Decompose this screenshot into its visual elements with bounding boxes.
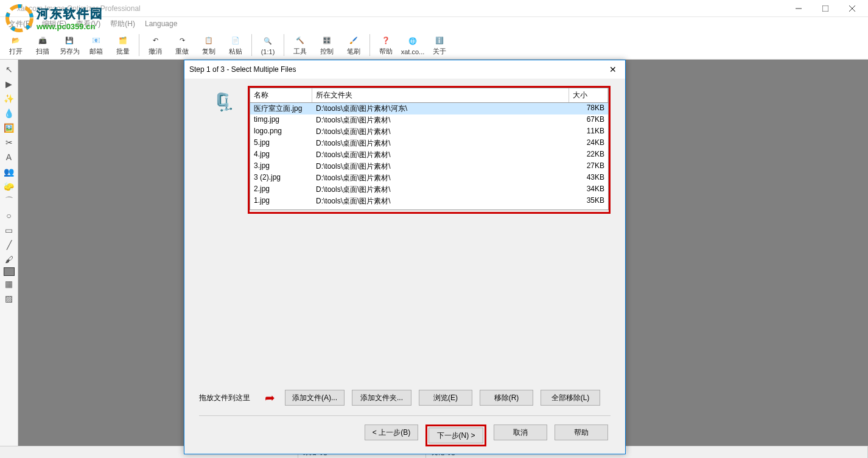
file-row[interactable]: 4.jpgD:\tools\桌面\图片素材\22KB — [250, 149, 608, 161]
oval-tool[interactable]: ○ — [2, 209, 16, 222]
col-folder[interactable]: 所在文件夹 — [312, 88, 569, 102]
brush-button[interactable]: 🖌️笔刷 — [340, 32, 367, 58]
line-tool[interactable]: ╱ — [2, 238, 16, 252]
file-folder: D:\tools\桌面\图片素材\ — [312, 150, 569, 160]
file-row[interactable]: 2.jpgD:\tools\桌面\图片素材\34KB — [250, 184, 608, 196]
file-row[interactable]: 1.jpgD:\tools\桌面\图片素材\35KB — [250, 196, 608, 207]
batch-icon: 🗂️ — [116, 33, 130, 47]
menu-view[interactable]: 查看(V) — [71, 18, 105, 30]
mail-icon: 📧 — [89, 33, 103, 47]
file-list[interactable]: 医疗室立面.jpgD:\tools\桌面\图片素材\河东\78KBtimg.jp… — [250, 103, 609, 210]
copy-icon: 📋 — [202, 33, 215, 47]
xatcom-button[interactable]: 🌐xat.co... — [399, 32, 426, 58]
close-button[interactable] — [839, 0, 866, 17]
globe-icon: 🌐 — [406, 35, 419, 48]
clone-tool[interactable]: 👥 — [2, 165, 16, 178]
mail-button[interactable]: 📧邮箱 — [83, 32, 110, 58]
file-folder: D:\tools\桌面\图片素材\ — [312, 115, 569, 125]
file-size: 43KB — [569, 173, 608, 183]
col-size[interactable]: 大小 — [569, 88, 608, 102]
col-name[interactable]: 名称 — [250, 88, 312, 102]
dialog-help-button[interactable]: 帮助 — [555, 425, 608, 440]
file-name: 医疗室立面.jpg — [250, 104, 312, 114]
file-name: logo.png — [250, 127, 312, 137]
brush-tool[interactable]: 🖌 — [2, 253, 16, 266]
help-button[interactable]: ❓帮助 — [373, 32, 399, 58]
undo-button[interactable]: ↶撤消 — [142, 32, 169, 58]
next-highlight: 下一步(N) > — [425, 425, 486, 446]
file-folder: D:\tools\桌面\图片素材\ — [312, 185, 569, 195]
folder-open-icon: 📂 — [9, 33, 23, 47]
toolbar-separator — [369, 34, 370, 56]
crop-tool[interactable]: ✂ — [2, 136, 16, 149]
file-size: 67KB — [569, 115, 608, 125]
menu-edit[interactable]: 编辑(E) — [37, 18, 71, 30]
file-size: 27KB — [569, 161, 608, 172]
open-button[interactable]: 📂打开 — [2, 32, 29, 58]
menu-help[interactable]: 帮助(H) — [105, 18, 140, 30]
browse-button[interactable]: 浏览(E) — [419, 390, 472, 406]
file-name: 3 (2).jpg — [250, 173, 312, 183]
file-row[interactable]: 医疗室立面.jpgD:\tools\桌面\图片素材\河东\78KB — [250, 103, 608, 114]
scan-button[interactable]: 📠扫描 — [29, 32, 56, 58]
next-button[interactable]: 下一步(N) > — [429, 428, 483, 443]
file-folder: D:\tools\桌面\图片素材\ — [312, 138, 569, 149]
select-tool[interactable]: ▶ — [2, 77, 16, 91]
file-name: 1.jpg — [250, 196, 312, 206]
wand-tool[interactable]: ✨ — [2, 92, 16, 105]
window-title: xat.com Image Optimizer Professional — [17, 4, 785, 13]
image-tool[interactable]: 🖼️ — [2, 121, 16, 135]
saveas-button[interactable]: 💾另存为 — [56, 32, 83, 58]
zoom-11-button[interactable]: 🔍(1:1) — [254, 32, 281, 58]
file-row[interactable]: 3.jpgD:\tools\桌面\图片素材\27KB — [250, 161, 608, 172]
file-row[interactable]: 3 (2).jpgD:\tools\桌面\图片素材\43KB — [250, 172, 608, 184]
dialog-separator — [199, 415, 611, 416]
copy-button[interactable]: 📋复制 — [195, 32, 222, 58]
menubar: 文件(F) 编辑(E) 查看(V) 帮助(H) Language — [0, 17, 868, 30]
zoom-icon: 🔍 — [261, 35, 275, 48]
arc-tool[interactable]: ⌒ — [2, 194, 16, 208]
toolbar: 📂打开 📠扫描 💾另存为 📧邮箱 🗂️批量 ↶撤消 ↷重做 📋复制 📄粘贴 🔍(… — [0, 30, 868, 60]
paste-button[interactable]: 📄粘贴 — [222, 32, 249, 58]
dialog-close-button[interactable]: ✕ — [606, 62, 620, 77]
file-folder: D:\tools\桌面\图片素材\ — [312, 196, 569, 206]
eraser-tool[interactable]: 🧽 — [2, 180, 16, 193]
text-tool[interactable]: A — [2, 150, 16, 164]
maximize-button[interactable] — [812, 0, 839, 17]
side-toolbar: ↖ ▶ ✨ 💧 🖼️ ✂ A 👥 🧽 ⌒ ○ ▭ ╱ 🖌 ▦ ▨ — [0, 60, 18, 446]
file-folder: D:\tools\桌面\图片素材\ — [312, 127, 569, 137]
about-button[interactable]: ℹ️关于 — [426, 32, 453, 58]
cancel-button[interactable]: 取消 — [494, 425, 547, 440]
info-icon: ℹ️ — [433, 33, 446, 47]
tools-button[interactable]: 🔨工具 — [287, 32, 313, 58]
highlight-box: 名称 所在文件夹 大小 医疗室立面.jpgD:\tools\桌面\图片素材\河东… — [248, 86, 611, 214]
redo-button[interactable]: ↷重做 — [169, 32, 195, 58]
control-button[interactable]: 🎛️控制 — [313, 32, 340, 58]
batch-button[interactable]: 🗂️批量 — [110, 32, 136, 58]
minimize-button[interactable] — [785, 0, 812, 17]
prev-button[interactable]: < 上一步(B) — [365, 425, 418, 440]
picker-tool[interactable]: 💧 — [2, 107, 16, 120]
menu-file[interactable]: 文件(F) — [4, 18, 37, 30]
add-file-button[interactable]: 添加文件(A)... — [285, 390, 345, 406]
color-swatch[interactable] — [4, 267, 15, 276]
svg-rect-3 — [822, 5, 828, 12]
redo-icon: ↷ — [175, 33, 189, 47]
file-row[interactable]: 5.jpgD:\tools\桌面\图片素材\24KB — [250, 138, 608, 149]
compress-icon: 🗜️ — [213, 92, 234, 386]
remove-all-button[interactable]: 全部移除(L) — [541, 390, 600, 406]
file-row[interactable]: logo.pngD:\tools\桌面\图片素材\11KB — [250, 126, 608, 138]
pattern1-tool[interactable]: ▦ — [2, 277, 16, 291]
file-size: 24KB — [569, 138, 608, 149]
rect-tool[interactable]: ▭ — [2, 224, 16, 237]
file-name: 2.jpg — [250, 185, 312, 195]
file-name: 5.jpg — [250, 138, 312, 149]
save-icon: 💾 — [63, 33, 76, 47]
add-folder-button[interactable]: 添加文件夹... — [352, 390, 411, 406]
panel-icon: 🎛️ — [320, 33, 334, 47]
menu-language[interactable]: Language — [140, 18, 182, 29]
remove-button[interactable]: 移除(R) — [480, 390, 533, 406]
pointer-tool[interactable]: ↖ — [2, 63, 16, 76]
file-row[interactable]: timg.jpgD:\tools\桌面\图片素材\67KB — [250, 114, 608, 126]
pattern2-tool[interactable]: ▨ — [2, 292, 16, 305]
